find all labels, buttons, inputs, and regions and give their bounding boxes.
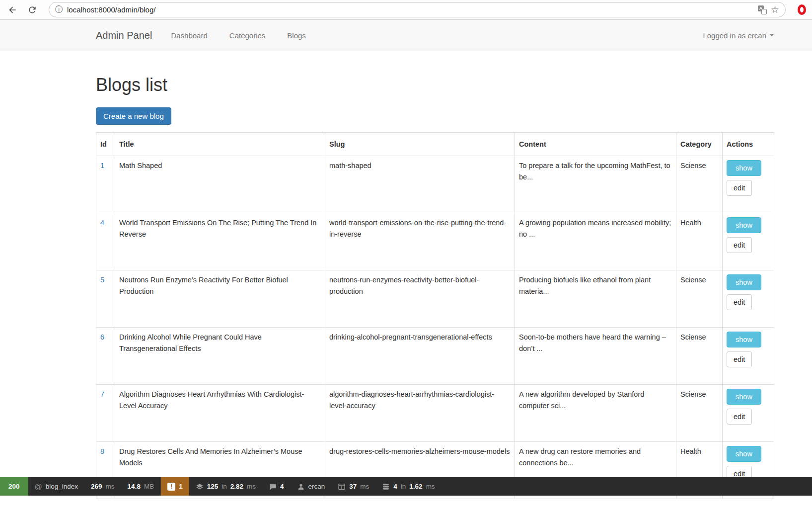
show-button[interactable]: show xyxy=(727,446,761,462)
blog-category-cell: Sciense xyxy=(676,156,723,213)
back-button[interactable] xyxy=(6,3,19,16)
blog-content-cell: A growing population means increased mob… xyxy=(515,213,676,270)
person-icon xyxy=(297,483,305,491)
edit-button[interactable]: edit xyxy=(727,351,752,367)
page-title: Blogs list xyxy=(96,75,774,95)
show-button[interactable]: show xyxy=(727,389,761,405)
blog-id-link[interactable]: 6 xyxy=(100,333,104,341)
blog-content-cell: To prepare a talk for the upcoming MathF… xyxy=(515,156,676,213)
route-name: blog_index xyxy=(46,483,78,490)
session-segment[interactable]: 4 in 1.62 ms xyxy=(375,477,441,496)
show-button[interactable]: show xyxy=(727,274,761,290)
user-menu-label: Logged in as ercan xyxy=(703,31,766,40)
queries-segment[interactable]: 125 in 2.82 ms xyxy=(189,477,262,496)
nav-link-blogs[interactable]: Blogs xyxy=(287,31,306,40)
blog-actions-cell: show edit xyxy=(723,328,774,385)
blog-content-cell: Producing biofuels like ethanol from pla… xyxy=(515,270,676,328)
show-button[interactable]: show xyxy=(727,332,761,347)
blog-slug-cell: math-shaped xyxy=(325,156,515,213)
table-icon xyxy=(338,483,346,491)
page-info-icon[interactable]: ⓘ xyxy=(55,4,63,15)
nav-link-categories[interactable]: Categories xyxy=(229,31,266,40)
blog-id-cell: 6 xyxy=(96,328,115,385)
table-row: 5 Neutrons Run Enzyme’s Reactivity For B… xyxy=(96,270,774,328)
table-row: 6 Drinking Alcohol While Pregnant Could … xyxy=(96,328,774,385)
blog-category-cell: Sciense xyxy=(676,328,723,385)
header-id: Id xyxy=(96,133,115,156)
blog-category-cell: Sciense xyxy=(676,270,723,328)
layers-icon xyxy=(196,483,204,491)
blog-slug-cell: neutrons-run-enzymes-reactivity-better-b… xyxy=(325,270,515,328)
show-button[interactable]: show xyxy=(727,160,761,176)
header-category: Category xyxy=(676,133,723,156)
blog-title-cell: World Transport Emissions On The Rise; P… xyxy=(115,213,325,270)
blog-slug-cell: drinking-alcohol-pregnant-transgeneratio… xyxy=(325,328,515,385)
debug-toolbar: 200 @ blog_index 269ms 14.8MB ! 1 125 in… xyxy=(0,477,812,496)
table-row: 1 Math Shaped math-shaped To prepare a t… xyxy=(96,156,774,213)
header-title: Title xyxy=(115,133,325,156)
blog-content-cell: A new algorithm developed by Stanford co… xyxy=(515,385,676,442)
navbar: Admin Panel Dashboard Categories Blogs L… xyxy=(0,20,812,51)
edit-button[interactable]: edit xyxy=(727,237,752,253)
header-slug: Slug xyxy=(325,133,515,156)
table-row: 4 World Transport Emissions On The Rise;… xyxy=(96,213,774,270)
warnings-segment[interactable]: ! 1 xyxy=(161,477,189,496)
blog-actions-cell: show edit xyxy=(723,156,774,213)
chevron-down-icon xyxy=(770,34,774,36)
browser-chrome: ⓘ localhost:8000/admin/blog/ A ☆ xyxy=(0,0,812,20)
warning-icon: ! xyxy=(167,483,175,491)
user-menu[interactable]: Logged in as ercan xyxy=(703,31,774,40)
blog-id-link[interactable]: 7 xyxy=(100,390,104,398)
main-content: Blogs list Create a new blog Id Title Sl… xyxy=(96,75,774,499)
create-new-blog-button[interactable]: Create a new blog xyxy=(96,107,171,125)
time-segment[interactable]: 269ms xyxy=(84,477,121,496)
blogs-table: Id Title Slug Content Category Actions 1… xyxy=(96,132,774,499)
url-text[interactable]: localhost:8000/admin/blog/ xyxy=(67,5,754,14)
edit-button[interactable]: edit xyxy=(727,294,752,310)
blog-id-link[interactable]: 5 xyxy=(100,276,104,284)
edit-button[interactable]: edit xyxy=(727,409,752,425)
auth-segment[interactable]: ercan xyxy=(291,477,332,496)
blog-slug-cell: algorithm-diagnoses-heart-arrhythmias-ca… xyxy=(325,385,515,442)
header-content: Content xyxy=(515,133,676,156)
blogs-table-body: 1 Math Shaped math-shaped To prepare a t… xyxy=(96,156,774,499)
refresh-icon xyxy=(27,5,37,15)
database-icon xyxy=(382,483,390,491)
refresh-button[interactable] xyxy=(26,3,39,16)
blog-actions-cell: show edit xyxy=(723,385,774,442)
blog-id-cell: 5 xyxy=(96,270,115,328)
gate-segment[interactable]: 37 ms xyxy=(331,477,375,496)
blog-category-cell: Health xyxy=(676,213,723,270)
blog-title-cell: Math Shaped xyxy=(115,156,325,213)
route-icon: @ xyxy=(35,482,42,491)
edit-button[interactable]: edit xyxy=(727,180,752,196)
blog-id-link[interactable]: 1 xyxy=(100,162,104,170)
header-actions: Actions xyxy=(723,133,774,156)
table-header-row: Id Title Slug Content Category Actions xyxy=(96,133,774,156)
blog-id-cell: 7 xyxy=(96,385,115,442)
table-row: 7 Algorithm Diagnoses Heart Arrhythmias … xyxy=(96,385,774,442)
status-badge: 200 xyxy=(0,477,28,496)
brand-admin-panel[interactable]: Admin Panel xyxy=(96,30,152,41)
blog-title-cell: Neutrons Run Enzyme’s Reactivity For Bet… xyxy=(115,270,325,328)
auth-user-name: ercan xyxy=(308,483,325,490)
blog-id-cell: 4 xyxy=(96,213,115,270)
views-segment[interactable]: 4 xyxy=(262,477,291,496)
blog-content-cell: Soon-to-be mothers have heard the warnin… xyxy=(515,328,676,385)
blog-slug-cell: world-transport-emissions-on-the-rise-pu… xyxy=(325,213,515,270)
nav-link-dashboard[interactable]: Dashboard xyxy=(171,31,207,40)
blog-id-cell: 1 xyxy=(96,156,115,213)
blog-id-link[interactable]: 8 xyxy=(100,447,104,455)
memory-segment[interactable]: 14.8MB xyxy=(121,477,161,496)
url-bar[interactable]: ⓘ localhost:8000/admin/blog/ A ☆ xyxy=(49,2,786,17)
chat-icon xyxy=(269,483,277,491)
opera-logo-icon[interactable] xyxy=(798,4,806,15)
blog-id-link[interactable]: 4 xyxy=(100,219,104,227)
blog-actions-cell: show edit xyxy=(723,270,774,328)
route-segment[interactable]: @ blog_index xyxy=(28,477,85,496)
bookmark-star-icon[interactable]: ☆ xyxy=(771,4,779,15)
blog-title-cell: Drinking Alcohol While Pregnant Could Ha… xyxy=(115,328,325,385)
blog-actions-cell: show edit xyxy=(723,213,774,270)
translate-icon[interactable]: A xyxy=(758,5,767,14)
show-button[interactable]: show xyxy=(727,217,761,233)
